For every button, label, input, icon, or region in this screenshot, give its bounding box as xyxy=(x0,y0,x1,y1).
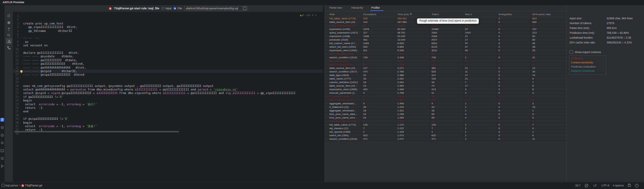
code-line[interactable]: 7—— —— —— xyxy=(13,36,323,40)
profiler-row[interactable]: execute_parameter (1…41.75811403 xyxy=(325,91,566,95)
search-icon[interactable] xyxy=(6,33,11,38)
line-ending-widget[interactable]: LF xyxy=(593,184,597,187)
profiler-row[interactable]: search_condition (1516)4711.0724711011 xyxy=(325,137,566,141)
stop-icon[interactable] xyxy=(6,20,11,25)
breadcrumb-project[interactable]: tsql-parser xyxy=(5,184,18,187)
code-line[interactable]: 4 @p_vipa1111111111111 dtint, xyxy=(13,25,323,29)
layers-icon[interactable] xyxy=(0,141,4,145)
code-line[interactable]: 29if @vipa333333333333 !='0' xyxy=(13,117,323,121)
code-line[interactable]: 18 xyxy=(13,77,323,80)
structure-icon[interactable] xyxy=(6,45,11,50)
code-line[interactable]: 2 xyxy=(13,18,323,22)
column-header[interactable]: Ambiguities xyxy=(498,13,512,16)
profiler-row[interactable]: query_expression (1527)11748.76120621910… xyxy=(325,31,566,34)
problems-icon[interactable] xyxy=(0,156,4,160)
code-line[interactable]: 10 xyxy=(13,48,323,51)
code-line[interactable]: 6 xyxy=(13,33,323,36)
input-radio[interactable]: Input xyxy=(162,7,172,10)
profiler-row[interactable]: func_proc_name_data…241.29895405 xyxy=(325,112,566,116)
inspections-widget[interactable]: ▲2 ✓23 ∧ ∨ xyxy=(299,13,317,17)
profiler-row[interactable]: table_source_item (15…1273.17138121013 xyxy=(325,66,566,70)
run-icon[interactable] xyxy=(0,126,4,129)
profiler-row[interactable]: predicate (1525)46113.444292717080 xyxy=(325,38,566,42)
profiler-row[interactable]: execute_body (1034)41.0314101 xyxy=(325,141,566,142)
code-line[interactable]: 11declare @a1111111111111 dtint, xyxy=(13,51,323,55)
profiler-row[interactable]: expression (1495)197852.99910982970237 xyxy=(325,27,566,31)
file-radio[interactable]: File xyxy=(174,7,182,10)
breadcrumb-file[interactable]: TSqlParser.g4 xyxy=(25,184,42,187)
profiler-row[interactable]: expression (1498)199820.342206421082 xyxy=(325,34,566,38)
editor-horizontal-scrollbar[interactable] xyxy=(14,131,179,132)
notifications-icon[interactable] xyxy=(635,184,639,187)
refresh-icon[interactable] xyxy=(6,13,11,18)
profiler-row[interactable]: table_sources (1529)144.834659141 xyxy=(325,52,566,56)
tab-hierarchy[interactable]: Hierarchy xyxy=(351,6,363,9)
file-path-input[interactable]: ebelice/Github/tsql-parser/examples/big.… xyxy=(184,6,248,11)
profiler-row[interactable]: full_column_name (17…10948.635830197045 xyxy=(325,42,566,45)
profiler-row[interactable]: data_type (1829)322.48811417014 xyxy=(325,73,566,77)
git-branch-icon[interactable] xyxy=(0,164,4,168)
profiler-row[interactable]: table_source_item (15…141.959741708 xyxy=(325,84,566,88)
column-header[interactable]: DFA cache miss xyxy=(532,13,551,16)
profiler-row[interactable]: column_definition (1421)182.06449707 xyxy=(325,80,566,84)
code-line[interactable]: 26 return -1 xyxy=(13,106,323,110)
code-line[interactable]: 21select @a444444444444444 = paravalue f… xyxy=(13,88,323,91)
code-line[interactable]: 9set nocount on xyxy=(13,44,323,47)
profiler-row[interactable]: query_specification (15…1956.68621364614… xyxy=(325,24,566,27)
browse-icon[interactable] xyxy=(243,7,246,10)
highlighting-level-icon[interactable] xyxy=(585,184,588,187)
code-line[interactable]: 14———— ———— @a333333333333 dtkind, xyxy=(13,62,323,66)
code-line[interactable]: 8 as xyxy=(13,40,323,44)
code-line[interactable]: 22select @vipid = vipid,@vipa33333333333… xyxy=(13,91,323,95)
profiler-group-icon[interactable] xyxy=(6,38,12,44)
profiler-row[interactable]: join_part (1637)73.941284119 xyxy=(325,59,566,63)
tab-parse-tree[interactable]: Parse tree xyxy=(329,6,342,9)
code-line[interactable]: 30begin xyxy=(13,121,323,125)
column-header[interactable]: Time (ms) xyxy=(397,13,409,16)
profiler-row[interactable]: full_table_name (1773)1391.179139107 xyxy=(325,123,566,127)
code-editor[interactable]: 123create proc up_com_test4 @p_vipa11111… xyxy=(13,12,323,182)
profiler-row[interactable]: table_name (1777)332.2521992109 xyxy=(325,77,566,80)
prev-problem-icon[interactable]: ∧ xyxy=(312,14,313,16)
code-line[interactable]: 20exec nb_com_getsysconfig @a11111111111… xyxy=(13,84,323,88)
code-line[interactable]: 13———— ———— @a2222222222 dtdate, xyxy=(13,59,323,62)
column-header[interactable]: Max k xyxy=(465,13,472,16)
code-line[interactable]: 31 select errorcode = -1, errormsg = '准备… xyxy=(13,125,323,128)
antlr-tool-icon[interactable]: A xyxy=(0,133,4,137)
code-line[interactable]: 25 select errorcode = -1, errormsg = '执行… xyxy=(13,103,323,106)
profiler-table-header[interactable]: RuleInvocationsTime (ms)Total kMax kAmbi… xyxy=(325,12,566,17)
profiler-row[interactable]: aggregate_windowed…41.4954103 xyxy=(325,102,566,105)
column-header[interactable]: Invocations xyxy=(363,13,376,16)
next-problem-icon[interactable]: ∨ xyxy=(315,14,317,16)
code-line[interactable]: 5 @p_tblname dtchar32 xyxy=(13,29,323,33)
profiler-row[interactable]: set_special (1485)11.1051101 xyxy=(325,130,566,134)
antlr-preview-stripe-icon[interactable] xyxy=(0,118,4,122)
radio-selected-icon[interactable] xyxy=(174,7,176,10)
code-line[interactable]: 27end xyxy=(13,110,323,113)
radio-circle-icon[interactable] xyxy=(162,7,164,10)
profiler-row[interactable]: id_special (1443)11.70316218 xyxy=(325,95,566,98)
code-line[interactable]: 19 xyxy=(13,80,323,84)
code-line[interactable]: 16———— ———— @vipid dtchar32, xyxy=(13,70,323,73)
column-header[interactable]: Total k xyxy=(431,13,439,16)
profiler-row[interactable]: execute_statement (90)41.22118318 xyxy=(325,119,566,123)
scroll-to-source-icon[interactable] xyxy=(6,27,11,32)
encoding-widget[interactable]: UTF-8 xyxy=(601,184,609,187)
profiler-row[interactable]: func_proc_name_serv…241.28995405 xyxy=(325,116,566,119)
profiler-row[interactable]: table_source (1531)613.6851225261 xyxy=(325,63,566,66)
profiler-table[interactable]: full_table_name (1775)925294.3220863tabl… xyxy=(325,17,566,142)
profiler-row[interactable]: select_list_elem (1592)6326.669612997038 xyxy=(325,45,566,49)
tab-profiler[interactable]: Profiler xyxy=(371,6,380,9)
show-expert-columns-checkbox[interactable]: Show expert columns xyxy=(570,50,601,54)
column-header[interactable]: Rule xyxy=(329,13,335,16)
code-line[interactable]: 24begin xyxy=(13,99,323,102)
code-line[interactable]: 33 xyxy=(13,132,323,136)
breadcrumb[interactable]: tsql-parser > TSqlParser.g4 xyxy=(2,184,42,187)
profiler-row[interactable]: literal_windowed (16…11.58712216 xyxy=(325,98,566,102)
caret-position-widget[interactable]: 30:7 xyxy=(575,184,581,187)
code-line[interactable]: 23if @a333333333333 !='0' xyxy=(13,95,323,99)
lock-icon[interactable] xyxy=(628,184,631,187)
checkbox-icon[interactable] xyxy=(570,50,573,54)
code-line[interactable]: 3create proc up_com_test xyxy=(13,22,323,25)
indent-widget[interactable]: 4 spaces xyxy=(613,184,624,187)
